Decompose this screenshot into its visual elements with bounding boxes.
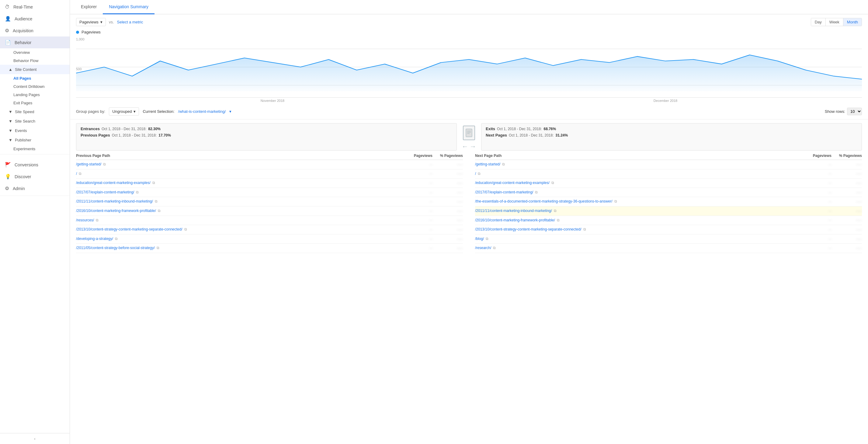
copy-icon[interactable]: ⧉	[551, 181, 554, 186]
next-table-row: /2016/10/content-marketing-framework-pro…	[475, 216, 862, 225]
metric-dropdown[interactable]: Pageviews ▾	[76, 18, 106, 26]
sidebar-sub-exit-pages[interactable]: Exit Pages	[0, 99, 70, 107]
realtime-icon: ⏱	[5, 4, 10, 10]
time-btn-month[interactable]: Month	[843, 18, 862, 26]
next-row-path[interactable]: /2016/10/content-marketing-framework-pro…	[475, 218, 801, 223]
prev-row-path[interactable]: /education/great-content-marketing-examp…	[76, 181, 402, 186]
sidebar-item-conversions[interactable]: 🚩 Conversions	[0, 159, 70, 170]
chart-container: 1,000 500	[76, 37, 862, 98]
sidebar-group-label-events: Events	[15, 128, 27, 133]
sidebar-sub-all-pages[interactable]: All Pages	[0, 74, 70, 83]
next-row-path[interactable]: /blog/ ⧉	[475, 236, 801, 242]
next-row-path[interactable]: /research/ ⧉	[475, 246, 801, 251]
prev-row-path[interactable]: /2011/05/content-strategy-before-social-…	[76, 246, 402, 251]
sidebar-group-events[interactable]: ▼ Events	[0, 126, 70, 135]
prev-row-pct: ······	[432, 181, 463, 185]
copy-icon[interactable]: ⧉	[184, 227, 187, 232]
chevron-right-icon4: ▼	[8, 138, 12, 142]
copy-icon[interactable]: ⧉	[493, 246, 496, 251]
prev-row-pv: ···	[402, 171, 432, 176]
sidebar-sub-overview[interactable]: Overview	[0, 49, 70, 57]
prev-pages-date: Oct 1, 2018 - Dec 31, 2018:	[112, 133, 157, 137]
next-table-row: /getting-started/ ⧉ ··· ······	[475, 160, 862, 169]
show-rows-control: Show rows: 10 25 50	[825, 108, 862, 115]
next-row-pct: ······	[832, 237, 862, 241]
sidebar-item-audience[interactable]: 👤 Audience	[0, 13, 70, 25]
next-row-path[interactable]: /the-essentials-of-a-documented-content-…	[475, 199, 801, 204]
next-pages-value: 31.24%	[556, 133, 568, 137]
copy-icon[interactable]: ⧉	[557, 218, 560, 223]
next-row-path[interactable]: /2017/07/explain-content-marketing/ ⧉	[475, 190, 801, 195]
sidebar-group-site-search[interactable]: ▼ Site Search	[0, 117, 70, 126]
copy-icon[interactable]: ⧉	[115, 236, 118, 242]
select-metric-link[interactable]: Select a metric	[117, 20, 143, 24]
next-row-path[interactable]: /getting-started/ ⧉	[475, 162, 801, 167]
group-dropdown[interactable]: Ungrouped ▾	[109, 107, 139, 116]
next-row-path[interactable]: /2011/11/content-marketing-inbound-marke…	[475, 209, 801, 214]
collapse-button[interactable]: ‹	[0, 433, 70, 444]
sidebar-item-discover[interactable]: 💡 Discover	[0, 170, 70, 183]
next-row-path[interactable]: / ⧉	[475, 171, 801, 177]
next-row-path[interactable]: /2013/10/content-strategy-content-market…	[475, 227, 801, 232]
sidebar-sub-experiments[interactable]: Experiments	[0, 145, 70, 153]
arrows-row: ← →	[462, 142, 476, 151]
next-row-pct: ······	[832, 199, 862, 204]
sidebar-item-admin[interactable]: ⚙ Admin	[0, 183, 70, 194]
sidebar-sub-landing-pages[interactable]: Landing Pages	[0, 91, 70, 99]
next-table-row: /2017/07/explain-content-marketing/ ⧉ ··…	[475, 188, 862, 197]
sidebar-group-label-site-content: Site Content	[15, 67, 37, 72]
copy-icon[interactable]: ⧉	[614, 199, 617, 204]
tab-explorer[interactable]: Explorer	[75, 0, 103, 14]
sidebar-item-acquisition[interactable]: ⚙ Acquisition	[0, 25, 70, 36]
prev-table-header: Previous Page Path Pageviews % Pageviews	[76, 151, 463, 160]
next-row-pv: ···	[801, 171, 832, 176]
copy-icon[interactable]: ⧉	[486, 236, 489, 242]
info-box-right: Exits Oct 1, 2018 - Dec 31, 2018: 68.76%…	[481, 123, 862, 151]
sidebar-sub-behavior-flow[interactable]: Behavior Flow	[0, 57, 70, 65]
prev-table-row: /developing-a-strategy/ ⧉ ··· ······	[76, 234, 463, 244]
sidebar-group-site-speed[interactable]: ▼ Site Speed	[0, 107, 70, 117]
prev-pages-value: 17.70%	[158, 133, 171, 137]
next-row-pv: ···	[801, 199, 832, 204]
prev-row-path[interactable]: /getting-started/ ⧉	[76, 162, 402, 167]
chart-legend: Pageviews	[70, 30, 868, 37]
sidebar-sub-content-drilldown[interactable]: Content Drilldown	[0, 83, 70, 91]
copy-icon[interactable]: ⧉	[158, 209, 161, 214]
prev-row-path[interactable]: /2016/10/content-marketing-framework-pro…	[76, 209, 402, 214]
time-btn-day[interactable]: Day	[811, 18, 826, 26]
y-label-500: 500	[76, 67, 82, 71]
next-row-path[interactable]: /education/great-content-marketing-examp…	[475, 181, 801, 186]
copy-icon[interactable]: ⧉	[152, 181, 155, 186]
prev-row-path[interactable]: /resources/ ⧉	[76, 218, 402, 223]
copy-icon[interactable]: ⧉	[583, 227, 586, 232]
prev-row-path[interactable]: /developing-a-strategy/ ⧉	[76, 236, 402, 242]
copy-icon[interactable]: ⧉	[155, 199, 158, 204]
copy-icon[interactable]: ⧉	[478, 171, 480, 177]
sidebar-group-site-content[interactable]: ▲ Site Content	[0, 65, 70, 74]
prev-row-path[interactable]: / ⧉	[76, 171, 402, 177]
copy-icon[interactable]: ⧉	[96, 218, 98, 223]
copy-icon[interactable]: ⧉	[502, 162, 505, 167]
copy-icon[interactable]: ⧉	[79, 171, 82, 177]
prev-row-path[interactable]: /2011/11/content-marketing-inbound-marke…	[76, 199, 402, 204]
y-label-1000: 1,000	[76, 37, 85, 41]
copy-icon[interactable]: ⧉	[554, 209, 557, 214]
prev-row-pct: ······	[432, 199, 463, 204]
prev-pages-table: Previous Page Path Pageviews % Pageviews…	[76, 151, 463, 253]
show-rows-select[interactable]: 10 25 50	[847, 108, 862, 115]
sidebar-item-behavior[interactable]: 📄 Behavior	[0, 36, 70, 49]
sidebar-item-realtime[interactable]: ⏱ Real-Time	[0, 1, 70, 13]
copy-icon[interactable]: ⧉	[535, 190, 538, 195]
next-col-path-header: Next Page Path	[475, 154, 801, 158]
prev-row-path[interactable]: /2013/10/content-strategy-content-market…	[76, 227, 402, 232]
copy-icon[interactable]: ⧉	[157, 246, 159, 251]
copy-icon[interactable]: ⧉	[103, 162, 106, 167]
time-btn-week[interactable]: Week	[826, 18, 843, 26]
current-selection-value[interactable]: /what-is-content-marketing/	[178, 109, 226, 114]
tab-navigation-summary[interactable]: Navigation Summary	[103, 0, 155, 14]
left-arrow-icon: ←	[462, 142, 468, 151]
copy-icon[interactable]: ⧉	[136, 190, 139, 195]
exits-date: Oct 1, 2018 - Dec 31, 2018:	[497, 127, 542, 131]
prev-row-path[interactable]: /2017/07/explain-content-marketing/ ⧉	[76, 190, 402, 195]
sidebar-group-publisher[interactable]: ▼ Publisher	[0, 135, 70, 145]
